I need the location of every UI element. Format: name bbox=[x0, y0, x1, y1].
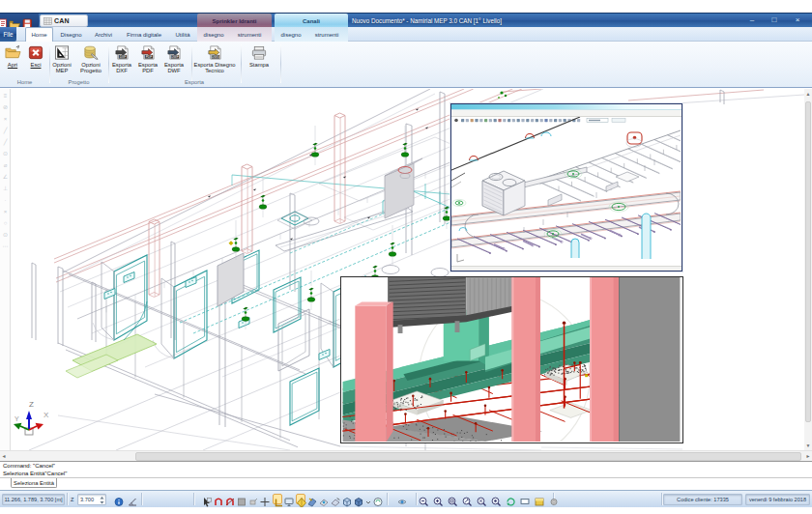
titlebar: CAN Sprinkler Idranti Canali Nuovo Docum… bbox=[0, 13, 812, 27]
client-code: Codice cliente: 17335 bbox=[663, 494, 742, 505]
restore-button[interactable]: □ bbox=[768, 15, 781, 25]
close-button[interactable]: × bbox=[791, 15, 804, 25]
exit-icon bbox=[27, 44, 44, 61]
status-angle-icon[interactable] bbox=[128, 494, 137, 504]
ribbon-button-esporta-dxf[interactable]: DXFEsporta DXF bbox=[108, 44, 135, 74]
snap-tool-icon[interactable]: ⊥ bbox=[1, 185, 10, 193]
viewport-window-plan[interactable] bbox=[450, 103, 682, 271]
status-Lshape-icon[interactable] bbox=[273, 494, 282, 504]
command-history[interactable]: Command: "Cancel" Seleziona Entità"Cance… bbox=[0, 461, 812, 478]
status-cube-icon[interactable] bbox=[342, 494, 352, 504]
snap-tool-icon[interactable]: ⊘ bbox=[1, 103, 10, 112]
svg-text:DWG: DWG bbox=[212, 55, 219, 59]
status-graysq-icon[interactable] bbox=[237, 494, 246, 504]
ctx-tab-1-strumenti[interactable]: strumenti bbox=[309, 27, 344, 42]
snap-tool-icon[interactable]: ╱ bbox=[1, 127, 10, 135]
status-orthoN2-icon[interactable] bbox=[225, 494, 235, 504]
vertical-scroll-thumb[interactable] bbox=[805, 101, 811, 422]
contextual-label: Canali bbox=[303, 18, 320, 24]
snap-tool-icon[interactable]: ⌀ bbox=[1, 161, 10, 170]
tab-archivi[interactable]: Archivi bbox=[91, 27, 116, 42]
viewport-window-render[interactable] bbox=[340, 276, 683, 443]
snap-tool-icon[interactable]: ○ bbox=[1, 219, 10, 228]
ctx-tab-1-disegno[interactable]: disegno bbox=[276, 27, 305, 42]
quick-access-box[interactable]: CAN bbox=[40, 14, 88, 27]
ribbon-button-apri[interactable]: Apri bbox=[1, 44, 24, 68]
ribbon-button-label: Apri bbox=[8, 62, 17, 68]
horizontal-scroll-thumb[interactable] bbox=[135, 452, 801, 461]
ribbon-button-opzioni-progetto[interactable]: Opzioni Progetto bbox=[74, 44, 107, 74]
ribbon-button-opzioni-mep[interactable]: Opzioni MEP bbox=[47, 44, 76, 74]
status-circ-icon[interactable] bbox=[373, 494, 383, 504]
ctx-tab-0-strumenti[interactable]: strumenti bbox=[232, 27, 267, 42]
status-panel-icon[interactable] bbox=[535, 494, 544, 504]
snap-tool-icon[interactable]: · bbox=[1, 196, 10, 205]
ribbon-button-label: Esporta DWF bbox=[160, 62, 188, 74]
snap-tool-icon[interactable]: ≡ bbox=[1, 92, 10, 100]
status-screen-icon[interactable] bbox=[520, 494, 530, 504]
z-spinner[interactable] bbox=[100, 496, 104, 505]
snap-tool-icon[interactable]: ⋯ bbox=[1, 243, 10, 251]
tab-home[interactable]: Home bbox=[25, 27, 53, 42]
file-menu-button[interactable]: File bbox=[0, 27, 16, 42]
grid-icon bbox=[44, 17, 52, 25]
prompt-tab[interactable]: Seleziona Entità bbox=[11, 478, 57, 488]
status-iso1-icon[interactable] bbox=[307, 494, 317, 504]
minimize-button[interactable]: – bbox=[745, 15, 759, 25]
drawing-canvas[interactable]: ≡⊘×╱╱⊙⌀∠⊥·×○⊙⋯ Z X Y bbox=[0, 89, 812, 450]
status-info-icon[interactable] bbox=[114, 494, 124, 504]
status-smsq-icon[interactable] bbox=[248, 494, 258, 504]
statusbar: 11.266, 1.789, 3.700 [m] Z 3.700 Codice … bbox=[0, 490, 812, 507]
status-plus-icon[interactable] bbox=[260, 494, 270, 504]
snap-tool-icon[interactable]: ⊙ bbox=[1, 231, 10, 240]
status-zoomout-icon[interactable] bbox=[419, 494, 428, 504]
snap-tool-icon[interactable]: ⊙ bbox=[1, 150, 10, 158]
export-dwg-icon: DWG bbox=[206, 44, 223, 61]
snap-tool-icon[interactable]: ∠ bbox=[1, 173, 10, 182]
tab-label: strumenti bbox=[238, 32, 262, 38]
statusbar-separator bbox=[193, 493, 194, 505]
status-zoomwin-icon[interactable] bbox=[448, 494, 457, 504]
status-monitor-icon[interactable] bbox=[284, 494, 294, 504]
statusbar-separator bbox=[67, 493, 68, 505]
z-value: 3.700 bbox=[80, 497, 94, 502]
status-refresh-icon[interactable] bbox=[506, 494, 515, 504]
tab-disegno[interactable]: Disegno bbox=[58, 27, 84, 42]
scroll-down-arrow[interactable]: ▼ bbox=[804, 441, 812, 450]
contextual-header-sprinkler-idranti: Sprinkler Idranti bbox=[197, 14, 272, 28]
tab-label: Utilità bbox=[175, 32, 189, 38]
vertical-scrollbar[interactable]: ▲ ▼ bbox=[804, 89, 812, 450]
snap-tool-icon[interactable]: × bbox=[1, 115, 10, 124]
coordinates-text: 11.266, 1.789, 3.700 [m] bbox=[4, 497, 62, 502]
status-zoomprev-icon[interactable] bbox=[491, 494, 501, 504]
ribbon-button-stampa[interactable]: Stampa bbox=[245, 44, 274, 68]
status-arrow-icon[interactable] bbox=[202, 494, 212, 504]
project-options-icon bbox=[82, 44, 100, 61]
status-eye-icon[interactable] bbox=[397, 494, 407, 504]
status-gear-icon[interactable] bbox=[549, 494, 559, 504]
status-orthoN-icon[interactable] bbox=[214, 494, 223, 504]
tab-utilità[interactable]: Utilità bbox=[171, 27, 194, 42]
ctx-tab-0-disegno[interactable]: disegno bbox=[199, 27, 228, 42]
ribbon-button-label: Esporta DXF bbox=[108, 62, 135, 74]
snap-tool-icon[interactable]: × bbox=[1, 208, 10, 216]
ribbon-button-label: Opzioni MEP bbox=[47, 62, 76, 74]
status-iso3-icon[interactable] bbox=[331, 494, 340, 504]
ribbon-button-label: Esporta Disegno Tecnico bbox=[191, 62, 238, 74]
tab-firma-digitale[interactable]: Firma digitale bbox=[123, 27, 165, 42]
status-zoomext-icon[interactable] bbox=[477, 494, 486, 504]
ribbon-button-esci[interactable]: Esci bbox=[24, 44, 47, 68]
scroll-up-arrow[interactable]: ▲ bbox=[804, 89, 812, 99]
horizontal-scrollbar[interactable]: ◄ ► bbox=[0, 450, 812, 461]
snap-tool-icon[interactable]: ╱ bbox=[1, 138, 10, 147]
svg-text:Y: Y bbox=[14, 415, 19, 422]
ribbon-button-esporta-dwf[interactable]: DWFEsporta DWF bbox=[160, 44, 188, 74]
status-iso2-icon[interactable] bbox=[319, 494, 329, 504]
ribbon-button-esporta-pdf[interactable]: PDFEsporta PDF bbox=[134, 44, 161, 74]
status-diamond-icon[interactable] bbox=[296, 494, 305, 504]
status-zoomin-icon[interactable] bbox=[433, 494, 443, 504]
status-cube2-icon[interactable] bbox=[354, 494, 363, 504]
status-zoomscale-icon[interactable] bbox=[462, 494, 472, 504]
z-input[interactable]: 3.700 bbox=[77, 494, 106, 505]
ribbon-button-esporta-disegno-tecnico[interactable]: DWGEsporta Disegno Tecnico bbox=[191, 44, 238, 74]
